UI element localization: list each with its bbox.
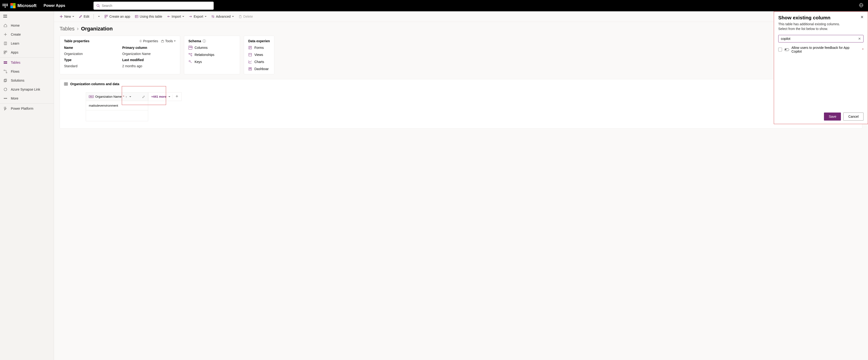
toggle-type-icon xyxy=(784,48,789,51)
plus-icon xyxy=(60,15,63,18)
cancel-button[interactable]: Cancel xyxy=(843,113,864,120)
columns-data-section: Organization columns and data Abc Organi… xyxy=(60,79,862,129)
sidebar-item-flows[interactable]: Flows xyxy=(0,67,54,76)
svg-rect-12 xyxy=(4,61,5,62)
data-experiences-card: Data experien Forms Views xyxy=(244,36,274,74)
svg-line-47 xyxy=(190,54,191,56)
trash-icon xyxy=(239,15,242,18)
card-title: Data experien xyxy=(248,39,270,43)
chevron-down-icon xyxy=(72,16,74,17)
search-icon xyxy=(96,4,100,7)
column-header-orgname[interactable]: Abc Organization Name* ↑ xyxy=(86,92,148,101)
table-icon xyxy=(64,82,68,86)
exp-views[interactable]: Views xyxy=(248,53,270,57)
import-icon xyxy=(167,15,170,18)
add-column-button[interactable] xyxy=(172,94,179,99)
schema-columns[interactable]: Abc Columns xyxy=(188,46,236,50)
save-button[interactable]: Save xyxy=(824,113,841,120)
exp-charts[interactable]: Charts xyxy=(248,60,270,64)
text-type-icon: Abc xyxy=(89,95,94,98)
svg-rect-42 xyxy=(162,40,163,40)
edit-icon[interactable] xyxy=(142,95,145,98)
more-columns-button[interactable]: +441 more xyxy=(148,92,182,101)
toolbox-icon xyxy=(161,39,164,43)
create-app-button[interactable]: Create an app xyxy=(103,13,132,20)
schema-keys[interactable]: Keys xyxy=(188,60,236,64)
sidebar-item-home[interactable]: Home xyxy=(0,21,54,30)
required-indicator: * xyxy=(123,95,124,99)
svg-point-36 xyxy=(213,17,214,18)
close-icon[interactable]: ✕ xyxy=(861,15,864,19)
chevron-down-icon xyxy=(232,16,234,17)
sidebar-item-apps[interactable]: Apps xyxy=(0,48,54,57)
checkbox[interactable] xyxy=(778,48,782,51)
svg-point-18 xyxy=(4,70,5,71)
app-launcher-icon[interactable] xyxy=(2,3,8,8)
sidebar-label: Create xyxy=(11,32,21,36)
microsoft-logo-icon xyxy=(10,3,16,8)
svg-rect-25 xyxy=(105,15,106,16)
clear-icon[interactable]: ✕ xyxy=(858,37,861,40)
column-result-row[interactable]: Allow users to provide feedback for App … xyxy=(778,46,864,53)
search-input[interactable] xyxy=(781,37,858,40)
columns-icon: Abc xyxy=(188,46,192,50)
svg-rect-27 xyxy=(105,17,106,18)
synapse-icon xyxy=(3,87,7,91)
panel-title: Show existing column xyxy=(778,15,831,21)
exp-dashboards[interactable]: Dashboar xyxy=(248,67,270,71)
new-button[interactable]: New xyxy=(58,13,76,20)
sidebar-item-more[interactable]: ••• More xyxy=(0,94,54,103)
schema-relationships[interactable]: Relationships xyxy=(188,53,236,57)
sidebar-label: Solutions xyxy=(11,79,25,82)
search-input[interactable] xyxy=(102,4,211,7)
panel-search-input[interactable]: ✕ xyxy=(778,35,864,43)
sidebar-item-power-platform[interactable]: Power Platform xyxy=(0,104,54,113)
data-cell[interactable]: mattsdevenvironment xyxy=(86,101,148,110)
views-icon xyxy=(248,53,252,57)
svg-rect-11 xyxy=(4,53,5,54)
svg-rect-14 xyxy=(6,61,7,62)
search-box[interactable] xyxy=(94,2,214,10)
solutions-icon xyxy=(3,78,7,83)
delete-button[interactable]: Delete xyxy=(237,13,255,20)
brand-name: Microsoft xyxy=(18,3,36,8)
edit-dropdown[interactable] xyxy=(96,15,102,19)
import-button[interactable]: Import xyxy=(165,13,186,20)
svg-rect-60 xyxy=(64,83,68,85)
info-icon[interactable]: i xyxy=(203,39,206,43)
properties-button[interactable]: Properties xyxy=(139,39,158,43)
breadcrumb-parent[interactable]: Tables xyxy=(60,26,75,32)
svg-rect-59 xyxy=(249,69,252,70)
globe-icon[interactable] xyxy=(859,3,863,8)
breadcrumb: Tables › Organization xyxy=(60,26,862,32)
breadcrumb-current: Organization xyxy=(81,26,113,32)
main-content: New Edit Create an app Using this table … xyxy=(54,11,868,360)
svg-rect-58 xyxy=(250,67,252,68)
sidebar-item-solutions[interactable]: Solutions xyxy=(0,76,54,85)
export-button[interactable]: Export xyxy=(187,13,208,20)
chevron-down-icon xyxy=(98,16,100,17)
exp-forms[interactable]: Forms xyxy=(248,46,270,50)
data-cell-empty[interactable] xyxy=(86,110,148,121)
breadcrumb-separator: › xyxy=(77,26,79,32)
required-indicator: * xyxy=(862,48,864,51)
relationships-icon xyxy=(188,53,192,57)
edit-button[interactable]: Edit xyxy=(77,13,91,20)
command-bar: New Edit Create an app Using this table … xyxy=(54,11,868,22)
sidebar-item-synapse[interactable]: Azure Synapse Link xyxy=(0,85,54,94)
chevron-down-icon[interactable] xyxy=(129,96,131,97)
sidebar-item-tables[interactable]: Tables xyxy=(0,58,54,67)
export-icon xyxy=(189,15,192,18)
tools-button[interactable]: Tools xyxy=(161,39,176,43)
app-icon xyxy=(104,15,108,18)
svg-point-35 xyxy=(212,16,213,17)
sidebar-item-create[interactable]: Create xyxy=(0,30,54,39)
forms-icon xyxy=(248,46,252,50)
svg-rect-55 xyxy=(249,53,252,56)
prop-label-primary: Primary column xyxy=(122,46,176,50)
using-table-button[interactable]: Using this table xyxy=(133,13,164,20)
sidebar-item-learn[interactable]: Learn xyxy=(0,39,54,48)
hamburger-icon[interactable] xyxy=(0,11,54,21)
advanced-button[interactable]: Advanced xyxy=(209,13,236,20)
panel-description: This table has additional existing colum… xyxy=(778,22,864,31)
